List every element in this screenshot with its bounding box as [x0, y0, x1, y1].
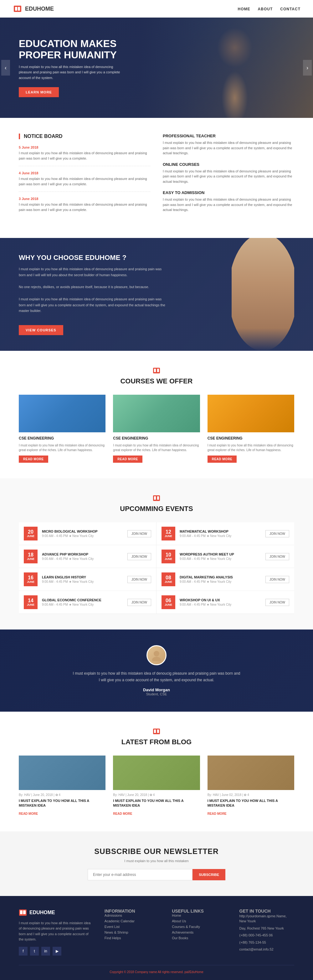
courses-section: COURSES WE OFFER CSE ENGINEERING I must … — [0, 351, 313, 479]
footer-contact-heading: GET IN TOUCH — [239, 908, 294, 913]
hero-title: EDUCATION MAKES PROPER HUMANITY — [19, 38, 125, 60]
footer-link-achievements[interactable]: Achievements — [172, 931, 193, 934]
newsletter-form: SUBSCRIBE — [88, 869, 225, 880]
event-join-8[interactable]: JOIN NOW — [266, 599, 289, 606]
notice-date-3: 3 June 2018 — [19, 197, 150, 200]
nav-contact[interactable]: CONTACT — [280, 7, 300, 11]
footer-contact-3: (+88) 000-745-455 06 — [239, 933, 294, 938]
footer-useful-links: Home About Us Courses & Faculty Achievem… — [172, 913, 227, 940]
footer: EDUHOME I must explain to you how all th… — [0, 896, 313, 980]
features-column: PROFESSIONAL TEACHER I must explain to y… — [163, 134, 294, 222]
footer-link-about[interactable]: About Us — [172, 919, 186, 923]
event-meta-2: 9:00 AM - 4:45 PM ★ New Yourk City — [180, 534, 261, 538]
event-join-6[interactable]: JOIN NOW — [266, 576, 289, 583]
course-readmore-1[interactable]: READ MORE — [19, 455, 48, 463]
event-date-box-2: 12 JUNE — [161, 527, 175, 541]
event-item-8: 06 JUNE WROKSHOP ON UI & UX 9:00 AM - 4:… — [156, 591, 294, 614]
event-day-3: 18 — [28, 552, 33, 557]
footer-contact-1: http://yourdomain.qpme.Name, New Yourk — [239, 913, 294, 924]
event-month-5: JUNE — [27, 580, 35, 584]
feature-title-3: EASY TO ADMISSION — [163, 190, 294, 195]
testimonial-role: Student, CSE — [19, 692, 294, 696]
footer-grid: EDUHOME I must explain to you how all th… — [19, 908, 294, 956]
event-month-2: JUNE — [164, 535, 172, 538]
footer-link-courses[interactable]: Courses & Faculty — [172, 925, 200, 929]
svg-rect-12 — [154, 730, 156, 733]
newsletter-email-input[interactable] — [88, 869, 193, 880]
event-meta-1: 9:00 AM - 4:45 PM ★ New Yourk City — [42, 534, 123, 538]
blog-readmore-3[interactable]: READ MORE — [207, 812, 227, 815]
twitter-icon[interactable]: t — [30, 947, 39, 956]
footer-link-admissions[interactable]: Admissions — [104, 913, 122, 917]
newsletter-section: SUBSCRIBE OUR NEWSLETTER I must explain … — [0, 831, 313, 896]
blog-card-2: By: HAV | June 20, 2018 | ✿ 4 I MUST EXP… — [113, 756, 200, 816]
course-text-1: I must explain to you how all this mista… — [19, 443, 106, 452]
footer-information-column: INFORMATION Admissions Academic Calendar… — [104, 908, 159, 956]
blog-card-3: By: HAV | June 02, 2018 | ✿ 4 I MUST EXP… — [207, 756, 294, 816]
footer-link-books[interactable]: Our Books — [172, 936, 188, 940]
feature-item-2: ONLINE COURSES I must explain to you how… — [163, 162, 294, 185]
why-section: WHY YOU CHOOSE EDUHOME ? I must explain … — [0, 238, 313, 351]
slider-left-arrow[interactable]: ‹ — [1, 60, 10, 76]
newsletter-subscribe-button[interactable]: SUBSCRIBE — [193, 869, 225, 880]
event-info-6: DIGITAL MARKETING ANALYSIS 9:00 AM - 4:4… — [180, 575, 261, 584]
nav-home[interactable]: HOME — [238, 7, 250, 11]
event-join-5[interactable]: JOIN NOW — [127, 576, 151, 583]
footer-brand: pal/EduHome — [184, 970, 204, 974]
svg-rect-1 — [15, 7, 17, 11]
courses-heading: COURSES WE OFFER — [19, 377, 294, 385]
event-title-3: ADVANCE PHP WORKSHOP — [42, 552, 123, 556]
course-image-2 — [113, 395, 200, 432]
event-join-3[interactable]: JOIN NOW — [127, 553, 151, 560]
nav-about[interactable]: ABOUT — [258, 7, 273, 11]
view-courses-button[interactable]: VIEW COURSES — [19, 325, 63, 335]
event-title-2: MATHEMATICAL WORKSHOP — [180, 530, 261, 533]
notice-text-3: I must explain to you how all this mista… — [19, 202, 150, 212]
blog-readmore-2[interactable]: READ MORE — [113, 812, 132, 815]
event-join-7[interactable]: JOIN NOW — [127, 599, 151, 606]
course-title-1: CSE ENGINEERING — [19, 436, 106, 441]
footer-logo[interactable]: EDUHOME — [19, 908, 92, 917]
feature-text-2: I must explain to you how all this mista… — [163, 169, 294, 185]
svg-rect-15 — [20, 910, 22, 914]
why-text-1: I must explain to you how all this mista… — [19, 266, 169, 278]
blog-meta-1: By: HAV | June 20, 2018 | ✿ 4 — [19, 793, 106, 797]
slider-right-arrow[interactable]: › — [303, 60, 312, 76]
footer-link-academic[interactable]: Academic Calendar — [104, 919, 134, 923]
footer-contact-4: (+88) 765-134-55 — [239, 940, 294, 945]
footer-link-home[interactable]: Home — [172, 913, 181, 917]
testimonial-avatar — [147, 645, 166, 665]
event-info-5: LEARN ENGLISH HISTORY 9:00 AM - 4:45 PM … — [42, 575, 123, 584]
youtube-icon[interactable]: ▶ — [52, 947, 62, 956]
logo[interactable]: EDUHOME — [13, 4, 54, 14]
testimonial-text: I must explain to you how all this mista… — [72, 670, 241, 683]
footer-link-findhelps[interactable]: Find Helps — [104, 936, 121, 940]
course-title-3: CSE ENGINEERING — [207, 436, 294, 441]
footer-link-events[interactable]: Event List — [104, 925, 120, 929]
event-day-8: 06 — [166, 598, 171, 603]
feature-item-1: PROFESSIONAL TEACHER I must explain to y… — [163, 134, 294, 156]
course-readmore-2[interactable]: READ MORE — [113, 455, 142, 463]
notice-text-1: I must explain to you how all this mista… — [19, 151, 150, 161]
footer-link-news[interactable]: News & Shrimp — [104, 931, 128, 934]
event-meta-8: 9:00 AM - 4:45 PM ★ New Yourk City — [180, 603, 261, 606]
why-heading: WHY YOU CHOOSE EDUHOME ? — [19, 254, 169, 262]
footer-contact-5: contact@email.info.52 — [239, 947, 294, 952]
course-readmore-3[interactable]: READ MORE — [207, 455, 237, 463]
facebook-icon[interactable]: f — [19, 947, 28, 956]
course-text-3: I must explain to you how all this mista… — [207, 443, 294, 452]
courses-grid: CSE ENGINEERING I must explain to you ho… — [19, 395, 294, 463]
newsletter-subtitle: I must explain to you how all this mista… — [19, 859, 294, 863]
footer-about-column: EDUHOME I must explain to you how all th… — [19, 908, 92, 956]
event-day-5: 16 — [28, 575, 33, 580]
linkedin-icon[interactable]: in — [41, 947, 50, 956]
feature-title-2: ONLINE COURSES — [163, 162, 294, 167]
event-join-1[interactable]: JOIN NOW — [127, 530, 151, 537]
course-card-3: CSE ENGINEERING I must explain to you ho… — [207, 395, 294, 463]
event-join-4[interactable]: JOIN NOW — [266, 553, 289, 560]
event-meta-5: 9:00 AM - 4:45 PM ★ New Yourk City — [42, 580, 123, 584]
hero-cta-button[interactable]: LEARN MORE — [19, 87, 59, 97]
event-title-1: MICRO BIOLOGICAL WORKSHOP — [42, 530, 123, 533]
blog-readmore-1[interactable]: READ MORE — [19, 812, 38, 815]
event-join-2[interactable]: JOIN NOW — [266, 530, 289, 537]
